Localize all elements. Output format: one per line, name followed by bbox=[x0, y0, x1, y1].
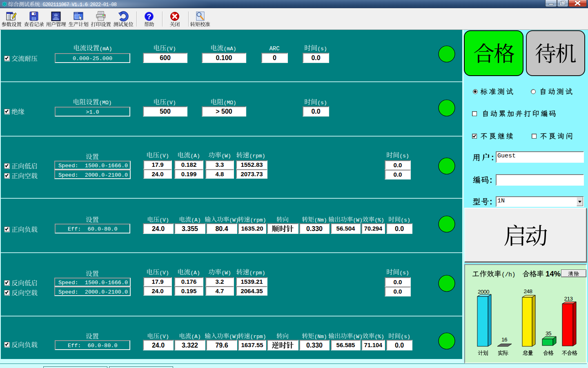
svg-text:?: ? bbox=[147, 13, 151, 21]
